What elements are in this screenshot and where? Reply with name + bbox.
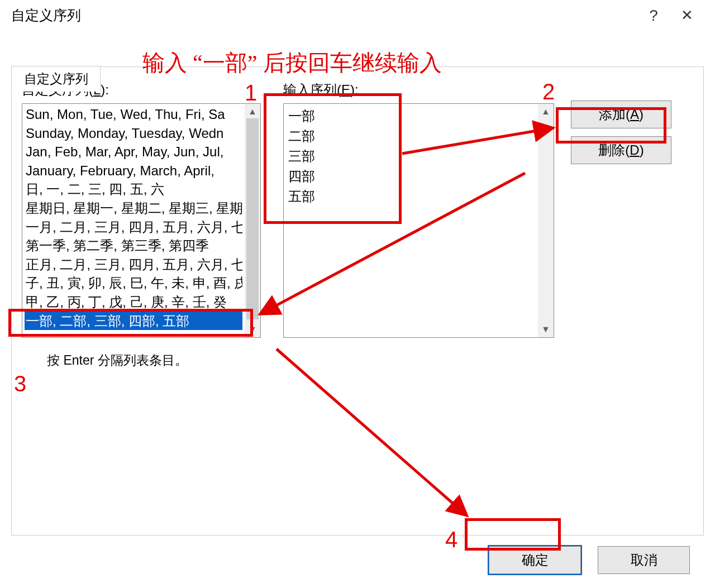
tab-content: 自定义序列(L): Sun, Mon, Tue, Wed, Thu, Fri, … [11, 66, 704, 536]
scrollbar-left[interactable]: ▲ ▼ [245, 104, 260, 337]
scroll-thumb[interactable] [246, 118, 259, 319]
list-item[interactable]: 甲, 乙, 丙, 丁, 戊, 己, 庚, 辛, 壬, 癸 [25, 293, 242, 312]
scroll-track[interactable] [245, 118, 260, 323]
list-item[interactable]: 星期日, 星期一, 星期二, 星期三, 星期 [25, 199, 242, 218]
list-item[interactable]: 正月, 二月, 三月, 四月, 五月, 六月, 七 [25, 255, 242, 274]
scrollbar-right[interactable]: ▲ ▼ [538, 104, 554, 337]
scroll-track[interactable] [538, 118, 554, 323]
help-button[interactable]: ? [637, 7, 670, 25]
dialog-buttons: 确定 取消 [489, 546, 690, 574]
input-sequence-box[interactable]: ▲ ▼ [283, 103, 554, 338]
add-button[interactable]: 添加(A) [571, 101, 671, 128]
close-button[interactable]: ✕ [670, 7, 704, 24]
list-item-selected[interactable]: 一部, 二部, 三部, 四部, 五部 [25, 312, 242, 331]
scroll-down-icon[interactable]: ▼ [541, 325, 550, 334]
delete-button[interactable]: 删除(D) [571, 136, 671, 164]
list-item[interactable]: Jan, Feb, Mar, Apr, May, Jun, Jul, [25, 142, 242, 161]
input-sequence-textarea[interactable] [284, 104, 538, 337]
dialog-title: 自定义序列 [11, 6, 637, 25]
tab-container: 自定义序列 自定义序列(L): Sun, Mon, Tue, Wed, Thu,… [11, 66, 704, 536]
hint-text: 按 Enter 分隔列表条目。 [47, 352, 261, 369]
scroll-down-icon[interactable]: ▼ [248, 325, 257, 334]
custom-lists-content[interactable]: Sun, Mon, Tue, Wed, Thu, Fri, SaSunday, … [22, 104, 245, 337]
list-item[interactable]: Sunday, Monday, Tuesday, Wedn [25, 124, 242, 143]
custom-lists-box[interactable]: Sun, Mon, Tue, Wed, Thu, Fri, SaSunday, … [22, 103, 261, 338]
list-item[interactable]: 日, 一, 二, 三, 四, 五, 六 [25, 180, 242, 199]
ok-button[interactable]: 确定 [489, 546, 581, 574]
scroll-up-icon[interactable]: ▲ [248, 107, 257, 116]
label-input-seq: 输入序列(E): [283, 81, 554, 99]
titlebar: 自定义序列 ? ✕ [0, 0, 715, 31]
list-item[interactable]: 一月, 二月, 三月, 四月, 五月, 六月, 七 [25, 218, 242, 237]
tab-custom-lists[interactable]: 自定义序列 [11, 66, 101, 92]
list-item[interactable]: 子, 丑, 寅, 卯, 辰, 巳, 午, 未, 申, 酉, 戌 [25, 274, 242, 293]
list-item[interactable]: 第一季, 第二季, 第三季, 第四季 [25, 236, 242, 255]
scroll-up-icon[interactable]: ▲ [541, 107, 550, 116]
list-item[interactable]: Sun, Mon, Tue, Wed, Thu, Fri, Sa [25, 105, 242, 124]
cancel-button[interactable]: 取消 [598, 546, 690, 574]
list-item[interactable]: January, February, March, April, [25, 161, 242, 180]
dialog-body: 自定义序列 自定义序列(L): Sun, Mon, Tue, Wed, Thu,… [0, 31, 715, 536]
